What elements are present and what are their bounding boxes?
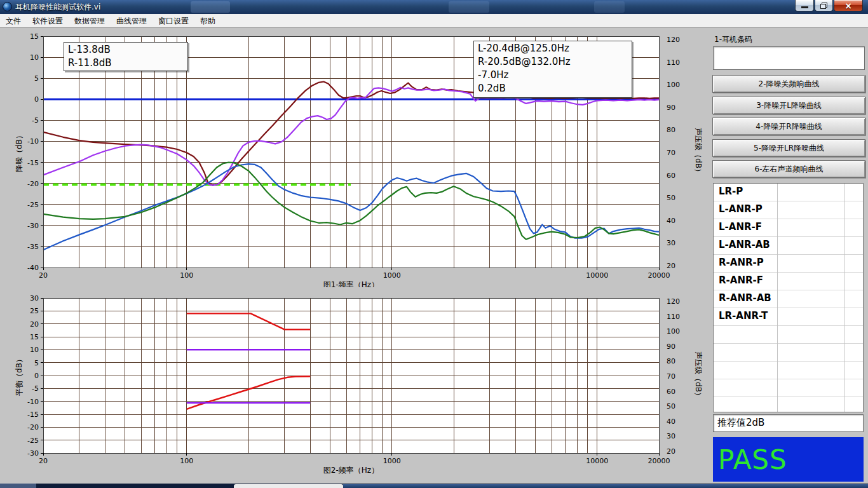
restore-button[interactable] (815, 0, 833, 11)
axis-tick-label: -10 (27, 398, 39, 406)
menu-file[interactable]: 文件 (0, 15, 27, 27)
pass-fail-indicator: PASS (713, 437, 864, 482)
axis-tick-label: 5 (34, 359, 39, 367)
button-anc-on-lr[interactable]: 5-降噪开LR降噪曲线 (712, 139, 865, 157)
curve-list-row[interactable]: L-ANR-F (714, 219, 863, 237)
axis-tick-label: 70 (667, 372, 675, 381)
curve-list-row[interactable]: R-ANR-AB (714, 290, 863, 308)
axis-tick-label: 70 (667, 149, 675, 157)
axis-tick-label: 0 (34, 372, 39, 380)
axis-tick-label: 1000 (383, 457, 401, 465)
curve-name: L-ANR-F (719, 221, 762, 233)
button-lr-channel-response[interactable]: 6-左右声道频响曲线 (712, 160, 865, 178)
axis-tick-label: -30 (27, 222, 39, 230)
axis-tick-label: 20 (30, 320, 39, 329)
axis-tick-label: -40 (27, 264, 39, 272)
axis-tick-label: 25 (30, 307, 39, 315)
curve-list-row[interactable]: R-ANR-F (714, 273, 863, 290)
axis-tick-label: 1000 (383, 271, 401, 280)
right-axis-title: 声压级（dB） (694, 128, 703, 176)
axis-tick-label: 110 (667, 58, 680, 67)
axis-tick-label: 100 (667, 327, 680, 336)
axis-tick-label: 100 (180, 271, 193, 280)
taskbar-app-button[interactable] (234, 484, 343, 488)
axis-tick-label: 30 (667, 432, 675, 440)
button-anc-on-left[interactable]: 3-降噪开L降噪曲线 (712, 97, 865, 114)
app-icon (3, 2, 12, 11)
axis-tick-label: 0 (34, 95, 39, 104)
barcode-label: 1-耳机条码 (714, 34, 752, 45)
cursor-readout-right: L-20.4dB@125.0Hz R-20.5dB@132.0Hz -7.0Hz… (473, 41, 632, 98)
table-column-divider (844, 184, 844, 412)
axis-tick-label: 60 (667, 172, 675, 180)
aero-glass-highlight (594, 1, 625, 13)
axis-tick-label: -25 (27, 437, 39, 445)
curve-list-row[interactable] (714, 379, 863, 397)
curve-name: L-ANR-AB (719, 239, 770, 250)
left-axis-title: 平衡（dB） (15, 355, 24, 396)
axis-tick-label: 20 (667, 262, 675, 270)
axis-tick-label: -20 (27, 423, 39, 431)
axis-tick-label: 100 (667, 81, 680, 89)
recommend-value-field[interactable]: 推荐值2dB (713, 414, 864, 432)
window-title: 耳机降噪性能测试软件.vi (15, 2, 100, 13)
axis-tick-label: 10000 (586, 457, 608, 465)
axis-tick-label: 100 (180, 457, 193, 465)
cursor-line: 0.2dB (478, 82, 628, 95)
curve-list-row[interactable] (714, 362, 863, 379)
axis-tick-label: 80 (667, 126, 675, 134)
axis-tick-label: 10 (30, 53, 39, 62)
axis-tick-label: 20 (39, 457, 48, 465)
curve-list-row[interactable]: L-ANR-P (714, 201, 863, 219)
minimize-icon (801, 6, 808, 8)
axis-tick-label: 20000 (648, 457, 670, 465)
axis-tick-label: 20000 (648, 271, 670, 280)
axis-tick-label: 30 (667, 239, 675, 247)
axis-tick-label: 80 (667, 357, 675, 365)
pass-fail-text: PASS (713, 444, 787, 475)
axis-tick-label: 110 (667, 313, 680, 321)
right-axis-title: 声压级（dB） (694, 351, 703, 400)
axis-tick-label: 10 (30, 346, 39, 354)
menu-software-settings[interactable]: 软件设置 (27, 15, 69, 27)
cursor-line: L-13.8dB (68, 43, 184, 57)
axis-tick-label: 50 (667, 194, 675, 202)
curve-name: R-ANR-AB (719, 292, 771, 304)
curve-list-row[interactable]: LR-P (714, 184, 863, 201)
curve-list-row[interactable]: L-ANR-AB (714, 237, 863, 255)
table-column-divider (777, 184, 778, 412)
x-axis-title: 图1-频率（Hz） (323, 280, 379, 287)
axis-tick-label: -5 (32, 116, 39, 125)
axis-tick-label: -5 (32, 384, 39, 393)
curve-list-row[interactable]: R-ANR-P (714, 255, 863, 273)
cursor-line: -7.0Hz (478, 69, 628, 82)
curve-list-table: LR-PL-ANR-PL-ANR-FL-ANR-ABR-ANR-PR-ANR-F… (713, 183, 864, 412)
aero-glass-highlight (449, 1, 489, 13)
barcode-input[interactable] (713, 46, 865, 70)
close-button[interactable]: × (834, 0, 863, 11)
curve-name: L-ANR-P (719, 203, 763, 215)
balance-graph[interactable]: 302520151050-5-10-15-20-25-3012011010090… (6, 290, 708, 482)
title-bar: 耳机降噪性能测试软件.vi × (0, 0, 868, 14)
menu-curve-management[interactable]: 曲线管理 (111, 15, 153, 27)
minimize-button[interactable] (795, 0, 814, 11)
axis-tick-label: 120 (667, 297, 680, 306)
curve-name: R-ANR-F (719, 274, 763, 286)
close-icon: × (844, 1, 852, 10)
cursor-line: L-20.4dB@125.0Hz (478, 42, 628, 55)
curve-list-row[interactable] (714, 344, 863, 362)
axis-tick-label: 20 (39, 271, 48, 280)
axis-tick-label: -35 (27, 243, 39, 251)
menu-data-management[interactable]: 数据管理 (69, 15, 111, 27)
taskbar-edge[interactable] (0, 484, 868, 488)
axis-tick-label: 20 (667, 447, 675, 456)
axis-tick-label: 40 (667, 217, 675, 225)
curve-list-row[interactable] (714, 326, 863, 344)
menu-window-settings[interactable]: 窗口设置 (153, 15, 194, 27)
curve-list-row[interactable] (714, 397, 863, 412)
cursor-line: R-11.8dB (68, 57, 184, 70)
menu-help[interactable]: 帮助 (194, 15, 221, 27)
button-anc-off-response[interactable]: 2-降噪关频响曲线 (712, 75, 865, 93)
curve-list-row[interactable]: LR-ANR-T (714, 308, 863, 326)
button-anc-on-right[interactable]: 4-降噪开R降噪曲线 (712, 118, 865, 135)
